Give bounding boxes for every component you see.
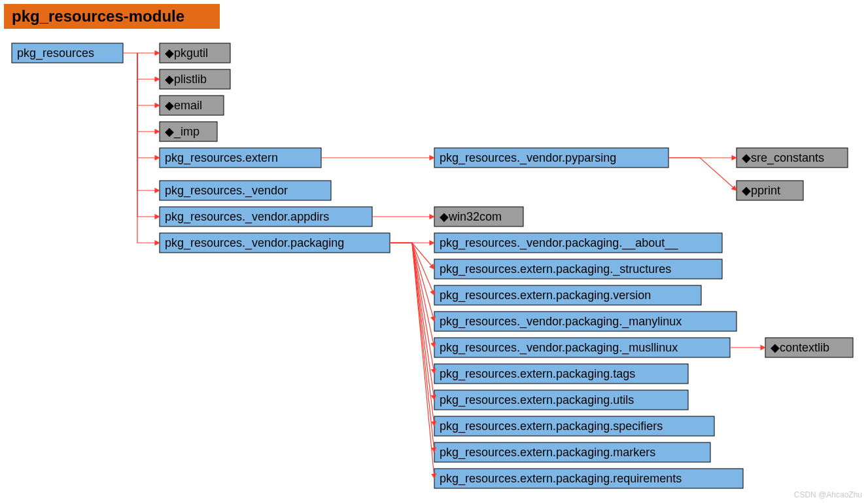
edge <box>390 243 434 452</box>
edge <box>137 53 160 190</box>
node-plistlib-label: ◆plistlib <box>165 73 207 86</box>
node-extern-label: pkg_resources.extern <box>165 151 278 165</box>
node-pprint-label: ◆pprint <box>742 184 780 197</box>
edge <box>137 53 160 79</box>
node-pkg-structures-label: pkg_resources.extern.packaging._structur… <box>440 262 671 276</box>
node-pkg-utils-label: pkg_resources.extern.packaging.utils <box>440 393 634 407</box>
node-vendor-appdirs-label: pkg_resources._vendor.appdirs <box>165 210 329 224</box>
edge <box>137 53 160 217</box>
node-pkg-markers-label: pkg_resources.extern.packaging.markers <box>440 446 655 459</box>
edge <box>668 158 737 190</box>
edge <box>390 243 434 321</box>
node-vendor-label: pkg_resources._vendor <box>165 184 288 198</box>
node-pkg-resources-label: pkg_resources <box>17 46 94 60</box>
node-win32com-label: ◆win32com <box>440 210 502 223</box>
node-pkg-specifiers-label: pkg_resources.extern.packaging.specifier… <box>440 420 663 433</box>
edge <box>137 53 160 132</box>
node-pkg-version-label: pkg_resources.extern.packaging.version <box>440 289 651 302</box>
node-pkg-about-label: pkg_resources._vendor.packaging.__about_… <box>440 236 678 250</box>
node-pkgutil-label: ◆pkgutil <box>165 46 208 60</box>
edge <box>137 53 160 243</box>
node-pkg-requirements-label: pkg_resources.extern.packaging.requireme… <box>440 472 682 486</box>
node-pkg-tags-label: pkg_resources.extern.packaging.tags <box>440 367 635 381</box>
node-sre-constants-label: ◆sre_constants <box>742 151 824 165</box>
node-pkg-manylinux-label: pkg_resources._vendor.packaging._manylin… <box>440 315 682 329</box>
diagram-title: pkg_resources-module <box>12 7 184 25</box>
node-vendor-packaging-label: pkg_resources._vendor.packaging <box>165 236 344 250</box>
node-pkg-musllinux-label: pkg_resources._vendor.packaging._musllin… <box>440 341 678 355</box>
watermark: CSDN @AhcaoZhu <box>794 490 862 499</box>
node-imp-label: ◆_imp <box>165 125 200 139</box>
edge <box>390 243 434 295</box>
edge <box>390 243 434 478</box>
node-contextlib-label: ◆contextlib <box>771 341 829 354</box>
edge <box>390 243 434 348</box>
node-email-label: ◆email <box>165 99 202 112</box>
node-vendor-pyparsing-label: pkg_resources._vendor.pyparsing <box>440 151 616 165</box>
edge <box>390 243 434 400</box>
